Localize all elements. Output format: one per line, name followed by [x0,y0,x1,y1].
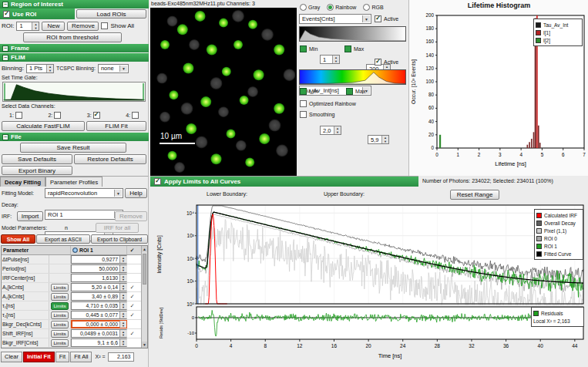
radio-rainbow-icon[interactable] [327,4,334,11]
limits-button[interactable]: Limits [51,302,68,310]
table-scrollbar[interactable]: ▲ ▼ [141,246,147,348]
fit-enable-checkbox[interactable]: ✓ [127,311,137,319]
load-rois-button[interactable]: Load ROIs [76,9,146,19]
collapse-icon[interactable]: − [2,55,8,61]
channel-1-checkbox[interactable] [15,112,22,119]
param-value-spinner[interactable]: 50,0000 [71,264,127,273]
intensity-min-spinner[interactable]: 1 [320,55,340,64]
collapse-icon[interactable]: − [2,134,8,140]
file-section-header[interactable]: − File [0,133,149,141]
param-value-spinner[interactable]: 0,000 ± 0,000 [71,320,127,328]
fit-enable-checkbox[interactable]: ✓ [127,329,137,338]
scroll-down-icon[interactable]: ▼ [142,342,147,348]
display-mode-rainbow[interactable]: Rainbow [327,4,356,11]
limits-button[interactable]: Limits [51,321,68,328]
autoscale-min-icon[interactable] [300,45,307,52]
decay-source-dropdown[interactable]: ROI 1 [45,210,123,220]
lifetime-active-checkbox[interactable] [375,59,381,66]
flim-fit-button[interactable]: FLIM Fit [86,121,146,131]
intensity-channel-dropdown[interactable]: Events[Cnts] [299,14,371,24]
irf-import-button[interactable]: Import [17,211,43,221]
roi-from-threshold-button[interactable]: ROI from threshold [23,32,122,42]
fit-enable-checkbox[interactable]: ✓ [127,283,137,291]
tcspc-binning-dropdown[interactable]: none [98,64,129,73]
help-button[interactable]: Help [125,188,147,198]
radio-rgb-icon[interactable] [363,4,370,11]
fit-enable-checkbox[interactable] [127,274,137,282]
apply-limits-checkbox[interactable] [154,178,161,185]
param-value-spinner[interactable]: 1,6130 [71,274,127,282]
channel-4-checkbox[interactable] [132,112,139,119]
collapse-icon[interactable]: − [2,2,8,8]
tab-parameter-profiles[interactable]: Parameter Profiles [45,177,102,187]
param-value-text: 0,445 ± 0,077 [86,312,126,318]
fit-enable-checkbox[interactable] [127,255,137,264]
display-mode-gray[interactable]: Gray [300,4,320,11]
display-mode-rgb[interactable]: RGB [363,4,383,11]
lifetime-min-spinner[interactable]: 2,0 [320,126,341,135]
roi-number-spinner[interactable]: 1 [16,22,39,31]
param-value-spinner[interactable]: 9,1 ± 6,6 [71,338,127,347]
use-roi-checkbox[interactable] [3,11,10,18]
roi-section-header[interactable]: − Region of Interest [0,0,149,8]
decay-chart[interactable]: 10⁰10¹10²10³10⁴0481216202428323640440-10… [150,202,588,367]
new-roi-button[interactable]: New [42,22,65,31]
limits-button[interactable]: Limits [51,284,68,291]
export-clipboard-button[interactable]: Export to Clipboard [91,234,148,244]
fit-enable-checkbox[interactable] [127,338,137,347]
remove-roi-button[interactable]: Remove [67,22,99,31]
irf-remove-button[interactable]: Remove [115,211,147,221]
scroll-up-icon[interactable]: ▲ [142,246,147,252]
tab-fit[interactable]: Fit [55,352,69,362]
export-binary-button[interactable]: Export Binary [2,166,72,175]
irf-for-all-button[interactable]: IRF for all [96,223,139,233]
restore-defaults-button[interactable]: Restore Defaults [74,154,146,164]
autoscale-max-icon[interactable] [344,45,351,52]
save-result-button[interactable]: Save Result [20,143,126,153]
intensity-gradient-bar[interactable] [299,26,406,42]
param-value-spinner[interactable]: 0,0489 ± 0,0031 [71,329,127,338]
tab-fit-all[interactable]: Fit All [70,352,92,362]
param-value-spinner[interactable]: 0,9277 [71,255,127,264]
autoscale-min-icon[interactable] [300,88,307,95]
lifetime-gradient-bar[interactable] [299,69,406,85]
fit-enable-checkbox[interactable] [127,264,137,273]
fit-enable-checkbox[interactable]: ✓ [127,301,137,310]
channel-3-checkbox[interactable] [93,112,100,119]
binning-spinner[interactable]: 1 Pts [26,64,54,73]
image-viewer[interactable]: 10 µm [150,8,297,176]
limits-button[interactable]: Limits [51,293,68,301]
optimized-rainbow-checkbox[interactable] [300,100,307,107]
smoothing-checkbox[interactable] [300,111,307,118]
limits-button[interactable]: Limits [51,339,68,347]
export-ascii-button[interactable]: Export as ASCII [36,234,90,244]
show-all-button[interactable]: Show All [1,234,35,244]
param-value-spinner[interactable]: 3,40 ± 0,89 [71,292,127,301]
show-all-checkbox[interactable] [101,22,108,29]
tab-clear[interactable]: Clear [1,352,22,362]
tab-decay-fitting[interactable]: Decay Fitting [0,177,45,187]
time-gate-graph[interactable] [2,82,146,102]
collapse-icon[interactable]: − [2,45,8,52]
fitting-model-dropdown[interactable]: rapidReconvolution [45,188,123,198]
lifetime-max-spinner[interactable]: 5,9 [368,135,389,144]
save-defaults-button[interactable]: Save Defaults [2,154,72,164]
radio-gray-icon[interactable] [300,4,307,11]
limits-button[interactable]: Limits [51,311,68,319]
autoscale-max-icon[interactable] [346,88,353,95]
calculate-fastflim-button[interactable]: Calculate FastFLIM [2,121,85,131]
param-value-spinner[interactable]: 4,710 ± 0,035 [71,301,127,310]
reset-range-button[interactable]: Reset Range [450,190,499,200]
fit-enable-checkbox[interactable]: ✓ [127,292,137,301]
param-value-spinner[interactable]: 5,20 ± 0,14 [71,283,127,291]
tab-initial-fit[interactable]: Initial Fit [23,352,55,362]
param-limits-cell: Limits [49,320,71,328]
param-value-spinner[interactable]: 0,445 ± 0,077 [71,311,127,319]
scrollbar-thumb[interactable] [143,254,146,285]
frame-section-header[interactable]: − Frame [0,44,149,52]
fit-enable-checkbox[interactable] [127,320,137,328]
intensity-active-checkbox[interactable] [375,15,381,22]
channel-2-checkbox[interactable] [54,112,61,119]
limits-button[interactable]: Limits [51,330,68,338]
flim-section-header[interactable]: − FLIM [0,53,149,62]
